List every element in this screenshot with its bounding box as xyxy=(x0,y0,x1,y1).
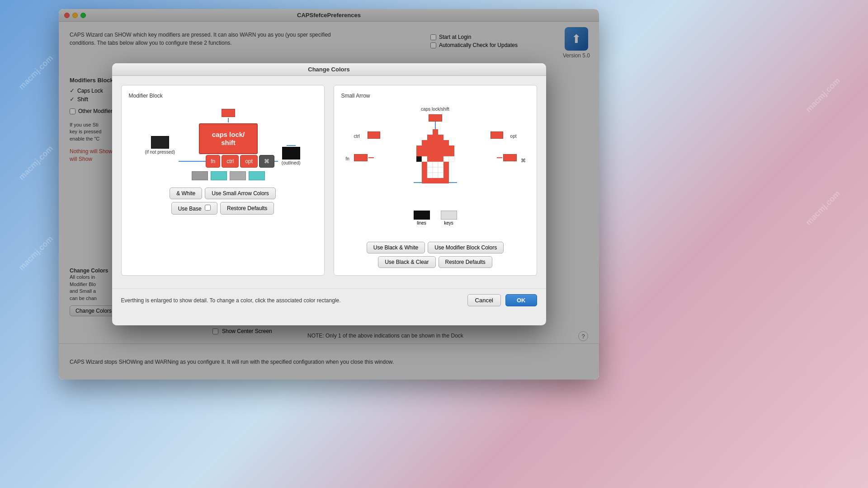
modifier-diagram: (if not pressed) caps lock/shift xyxy=(129,104,317,184)
cancel-button[interactable]: Cancel xyxy=(467,294,501,306)
modal-footer: Everthing is enlarged to show detail. To… xyxy=(112,288,546,312)
svg-rect-32 xyxy=(433,162,438,167)
watermark-1: macmj.com xyxy=(17,53,55,92)
right-panel-btn-row1: Use Black & White Use Modifier Block Col… xyxy=(341,242,529,253)
if-not-pressed-label: (if not pressed) xyxy=(145,150,175,155)
sa-opt-label: opt xyxy=(510,134,517,139)
swatch-teal2[interactable] xyxy=(249,171,265,180)
svg-rect-6 xyxy=(433,140,438,145)
use-black-clear-btn[interactable]: Use Black & Clear xyxy=(378,256,435,268)
svg-rect-16 xyxy=(416,151,422,156)
svg-rect-18 xyxy=(427,151,433,156)
svg-rect-12 xyxy=(433,145,438,151)
bottom-swatches xyxy=(192,171,265,180)
use-small-arrow-btn[interactable]: Use Small Arrow Colors xyxy=(205,188,276,199)
svg-rect-34 xyxy=(443,162,449,167)
sa-fn-label: fn xyxy=(346,156,349,161)
if-not-pressed-swatch[interactable] xyxy=(151,136,169,149)
modifier-block-title: Modifier Block xyxy=(129,93,317,99)
svg-rect-39 xyxy=(443,167,449,173)
sa-cmd-line xyxy=(497,157,502,158)
modal-overlay: Change Colors Modifier Block xyxy=(59,9,599,380)
restore-defaults-left-btn[interactable]: Restore Defaults xyxy=(220,202,274,215)
swatch-teal1[interactable] xyxy=(211,171,227,180)
small-arrow-title: Small Arrow xyxy=(341,93,529,99)
svg-rect-14 xyxy=(443,145,449,151)
restore-defaults-right-btn[interactable]: Restore Defaults xyxy=(439,256,492,268)
svg-rect-21 xyxy=(443,151,449,156)
keys-label: keys xyxy=(444,221,453,225)
svg-rect-15 xyxy=(449,145,454,151)
svg-rect-38 xyxy=(438,167,443,173)
svg-rect-2 xyxy=(433,135,438,140)
sub-keys-row: fn ctrl opt ⌘ xyxy=(206,155,274,168)
modal-body: Modifier Block (if not pressed) xyxy=(112,76,546,285)
fn-key[interactable]: fn xyxy=(206,155,220,168)
watermark-5: macmj.com xyxy=(804,189,842,227)
svg-rect-20 xyxy=(438,151,443,156)
svg-rect-37 xyxy=(433,167,438,173)
svg-rect-19 xyxy=(433,151,438,156)
use-black-white-right-btn[interactable]: Use Black & White xyxy=(367,242,425,253)
pixel-art-arrow[interactable] xyxy=(414,129,457,190)
connector-v xyxy=(228,118,229,122)
opt-key[interactable]: opt xyxy=(240,155,258,168)
sa-top-key[interactable] xyxy=(429,114,442,122)
use-base-btn[interactable]: Use Base xyxy=(171,202,217,215)
left-panel-btn-row1: & White Use Small Arrow Colors xyxy=(129,188,317,199)
lines-swatch[interactable] xyxy=(414,211,430,220)
sa-caps-label: caps lock/shift xyxy=(421,107,449,112)
sa-opt-key[interactable] xyxy=(491,131,503,139)
use-black-white-left-btn[interactable]: & White xyxy=(170,188,202,199)
h-connector-left xyxy=(179,161,206,162)
swatch-gray1[interactable] xyxy=(192,171,208,180)
svg-rect-43 xyxy=(438,173,443,178)
svg-rect-9 xyxy=(416,145,422,151)
watermark-4: macmj.com xyxy=(804,76,842,114)
modal-columns: Modifier Block (if not pressed) xyxy=(121,85,537,276)
svg-rect-7 xyxy=(438,140,443,145)
svg-rect-31 xyxy=(427,162,433,167)
svg-rect-17 xyxy=(422,151,427,156)
sa-ctrl-label: ctrl xyxy=(354,134,360,139)
use-base-toggle[interactable] xyxy=(205,205,211,211)
outline-label: (outlined) xyxy=(282,160,301,165)
sa-ctrl-key[interactable] xyxy=(368,131,380,139)
main-key-block[interactable]: caps lock/shift xyxy=(199,123,258,154)
sa-swatches: lines keys xyxy=(414,211,457,225)
svg-rect-13 xyxy=(438,145,443,151)
svg-rect-10 xyxy=(422,145,427,151)
top-color-swatch[interactable] xyxy=(222,109,235,117)
use-modifier-block-btn[interactable]: Use Modifier Block Colors xyxy=(428,242,504,253)
outline-swatch[interactable] xyxy=(282,147,300,160)
svg-rect-23 xyxy=(416,156,422,162)
svg-rect-36 xyxy=(427,167,433,173)
svg-rect-8 xyxy=(443,140,449,145)
watermark-2: macmj.com xyxy=(17,144,55,182)
ok-button[interactable]: OK xyxy=(505,294,537,306)
svg-rect-4 xyxy=(422,140,427,145)
sa-fn-key[interactable] xyxy=(354,154,368,161)
svg-rect-44 xyxy=(443,173,449,178)
footer-hint: Everthing is enlarged to show detail. To… xyxy=(121,297,341,304)
svg-rect-45 xyxy=(422,178,427,183)
sa-cmd-label: ⌘ xyxy=(521,158,526,164)
ctrl-key[interactable]: ctrl xyxy=(222,155,239,168)
svg-rect-22 xyxy=(449,151,454,156)
swatch-gray2[interactable] xyxy=(230,171,246,180)
svg-rect-46 xyxy=(427,178,433,183)
svg-rect-3 xyxy=(438,135,443,140)
outline-connector xyxy=(287,145,296,146)
preferences-window: CAPSfefcePreferences CAPS Wizard can SHO… xyxy=(59,9,599,380)
sa-cmd-key[interactable] xyxy=(503,154,517,161)
modifier-block-panel: Modifier Block (if not pressed) xyxy=(121,85,325,276)
svg-rect-48 xyxy=(438,178,443,183)
cmd-key[interactable]: ⌘ xyxy=(259,155,274,168)
left-panel-btn-row2: Use Base Restore Defaults xyxy=(129,202,317,215)
svg-rect-42 xyxy=(433,173,438,178)
h-connector-right xyxy=(274,161,278,162)
keys-swatch[interactable] xyxy=(441,211,457,220)
right-panel-btn-row2: Use Black & Clear Restore Defaults xyxy=(341,256,529,268)
svg-rect-30 xyxy=(422,162,427,167)
svg-rect-28 xyxy=(443,156,449,162)
